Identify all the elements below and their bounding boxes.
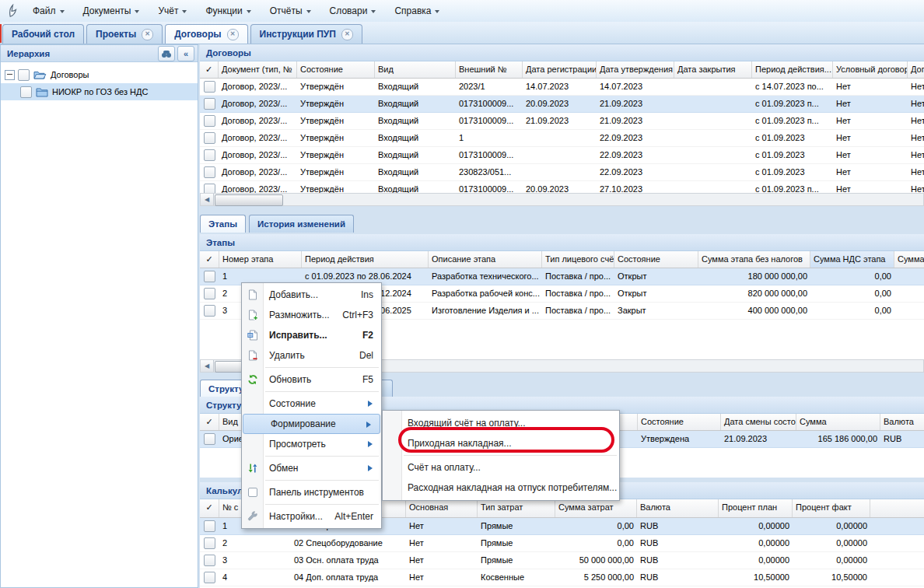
tab-close-icon[interactable]: ✕ [341,29,353,40]
column-header[interactable]: Состояние [297,61,375,78]
select-all-header[interactable]: ✓ [200,414,219,430]
column-header[interactable]: Описание этапа [429,251,542,268]
scroll-left-button[interactable]: ◀ [201,194,214,205]
row-checkbox[interactable] [200,518,219,534]
row-checkbox[interactable] [200,552,219,569]
context-menu-item[interactable]: Состояние [242,394,381,414]
context-menu-item[interactable]: Исправить...F2 [242,325,381,345]
table-row[interactable]: Договор, 2023/...УтверждёнВходящий017310… [200,96,924,113]
row-checkbox[interactable] [200,147,219,163]
column-header[interactable]: Период действия [302,251,429,268]
scroll-thumb[interactable] [215,194,283,206]
column-header[interactable]: Документ (тип, № [219,61,297,78]
menubar-item[interactable]: Справка [388,2,446,19]
menubar-item[interactable]: Файл [26,2,71,19]
context-menu-item[interactable]: Формирование [243,414,380,434]
section-tab[interactable]: История изменений [249,215,354,233]
tree-checkbox[interactable] [18,69,30,81]
context-menu-item[interactable]: Настройки...Alt+Enter [242,506,381,527]
table-row[interactable]: 404 Доп. оплата трудаНетКосвенные5 250 0… [200,569,924,586]
column-header[interactable]: Период действия... [752,61,833,78]
collapse-node-icon[interactable] [5,70,15,80]
row-checkbox[interactable] [200,285,219,302]
column-header[interactable]: Процент факт [793,499,870,517]
column-header[interactable]: Сумма НДС этапа [810,251,894,268]
submenu-item[interactable]: Входящий счёт на оплату... [383,413,619,433]
select-all-header[interactable]: ✓ [200,251,219,268]
workspace-tab[interactable]: Рабочий стол [2,24,84,44]
tree-checkbox[interactable] [20,86,32,98]
context-menu-item[interactable]: Панель инструментов [242,482,381,502]
row-checkbox[interactable] [200,303,219,319]
column-header[interactable]: Тип затрат [478,499,555,517]
column-header[interactable]: Сумма э [894,251,924,268]
column-header[interactable]: Состояние [638,414,721,430]
table-row[interactable]: Договор, 2023/...УтверждёнВходящий2023/1… [200,79,924,96]
column-header[interactable] [870,499,924,517]
submenu-item-annotated[interactable]: Приходная накладная... [383,433,619,453]
column-header[interactable]: Условный договор [833,61,908,78]
column-header[interactable]: Сумма затрат [555,499,637,517]
column-header[interactable]: Дата закрытия [674,61,752,78]
scroll-left-button[interactable]: ◀ [201,360,214,372]
row-checkbox[interactable] [200,130,219,146]
table-row[interactable]: 303 Осн. оплата трудаНетПрямые50 000 000… [200,552,924,569]
collapse-panel-button[interactable]: « [177,46,194,61]
column-header[interactable]: Вид [375,61,456,78]
column-header[interactable]: Процент план [719,499,793,517]
row-checkbox[interactable] [200,113,219,129]
workspace-tab[interactable]: Договоры✕ [165,24,247,44]
column-header[interactable]: Состояние [614,251,698,268]
menubar-item[interactable]: Документы [77,2,146,19]
column-header[interactable]: Внешний № [456,61,523,78]
table-row[interactable]: Договор, 2023/...УтверждёнВходящий122.09… [200,130,924,147]
context-menu-item[interactable]: Размножить...Ctrl+F3 [242,305,381,325]
column-header[interactable]: Дата утверждения [597,61,674,78]
tree-node[interactable]: Договоры [1,66,198,83]
column-header[interactable]: Тип лицевого счёт [542,251,614,268]
workspace-tab[interactable]: Инструкции ПУП✕ [250,24,362,44]
table-row[interactable]: Договор, 2023/...УтверждёнВходящий017310… [200,147,924,164]
workspace-tab[interactable]: Проекты✕ [86,24,163,44]
select-all-header[interactable]: ✓ [200,61,219,78]
submenu-item[interactable]: Счёт на оплату... [383,457,619,478]
column-header[interactable]: Дата регистрации. [523,61,597,78]
column-header[interactable]: Догов [908,61,924,78]
column-header[interactable]: Сумма [796,414,880,430]
section-tab[interactable]: Этапы [200,215,246,233]
menubar-item[interactable]: Учёт [152,2,193,19]
menubar-item[interactable]: Функции [199,2,257,19]
context-menu-item[interactable]: УдалитьDel [242,345,381,366]
search-button[interactable] [158,46,175,61]
table-row[interactable]: Договор, 2023/...УтверждёнВходящий017310… [200,113,924,130]
row-checkbox[interactable] [200,79,219,95]
row-checkbox[interactable] [200,431,219,447]
row-checkbox[interactable] [200,96,219,112]
menubar-item[interactable]: Отчёты [264,2,317,19]
select-all-header[interactable]: ✓ [200,499,219,517]
row-checkbox[interactable] [200,268,219,285]
context-menu-item[interactable]: Обмен [242,458,381,478]
table-row[interactable]: Договор, 2023/...УтверждёнВходящий017310… [200,181,924,193]
table-row[interactable]: Договор, 2023/...УтверждёнВходящий230823… [200,164,924,181]
row-checkbox[interactable] [200,535,219,551]
submenu-item[interactable]: Расходная накладная на отпуск потребител… [383,478,619,498]
row-checkbox[interactable] [200,181,219,193]
column-header[interactable]: Валюта [880,414,924,430]
column-header[interactable]: Сумма этапа без налогов [698,251,810,268]
row-checkbox[interactable] [200,569,219,586]
context-menu-item[interactable]: Просмотреть [242,434,381,454]
tab-close-icon[interactable]: ✕ [227,29,239,40]
column-header[interactable]: Валюта [637,499,719,517]
tab-close-icon[interactable]: ✕ [142,29,153,40]
menubar-item[interactable]: Словари [324,2,383,19]
row-checkbox[interactable] [200,164,219,180]
context-menu-item[interactable]: ОбновитьF5 [242,369,381,390]
contracts-hscrollbar[interactable]: ◀ [200,193,924,206]
column-header[interactable]: Дата смены состоя [721,414,796,430]
tree-node[interactable]: НИОКР по ГОЗ без НДС [1,83,198,100]
table-row[interactable]: 202 СпецоборудованиеНетПрямые0,00RUB0,00… [200,535,924,552]
context-menu-item[interactable]: Добавить...Ins [242,285,381,305]
column-header[interactable]: Номер этапа [219,251,302,268]
column-header[interactable]: Основная [406,499,478,517]
